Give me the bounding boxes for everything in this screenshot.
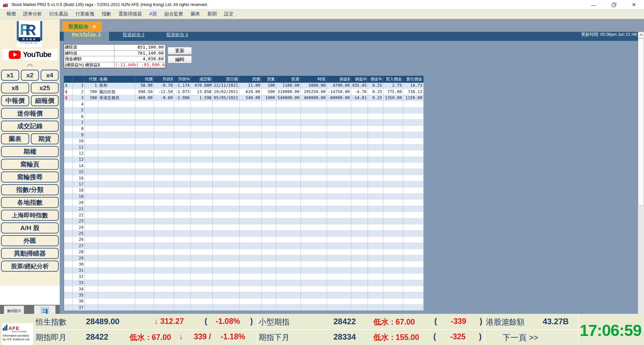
table-row-empty[interactable]: 12 [64,150,424,156]
next-page-link[interactable]: 下一頁 >> [502,332,538,343]
afe-caption: Information provided [3,334,29,337]
table-row-empty[interactable]: 22 [64,212,424,218]
table-row-empty[interactable]: 6 [64,113,424,119]
sidebar-button[interactable]: 細報價 [31,95,59,106]
table-row-empty[interactable]: 11 [64,144,424,150]
sidebar-button[interactable]: 各地指數 [1,197,59,208]
menu-item-4[interactable]: 行業板塊 [75,11,94,17]
column-header: 名稱 [98,76,135,83]
sidebar-button[interactable]: 期權 [1,146,59,157]
table-row-empty[interactable]: 7 [64,120,424,126]
menu-item-1[interactable]: 報價 [6,11,16,17]
sidebar-button[interactable]: 股票/經紀分析 [1,261,59,272]
edit-button[interactable]: 編輯 [168,56,192,63]
summary-label: 總投資 [64,45,114,51]
sidebar-button[interactable]: 指數/分類 [1,184,59,195]
hsi-change: ↓ 312.27 [154,317,184,326]
scroll-up-arrow-icon[interactable] [638,32,644,38]
column-header: 買價 [239,76,261,83]
sidebar-button[interactable]: x25 [31,82,59,93]
table-row-empty[interactable]: 26 [64,236,424,243]
menu-item-6[interactable]: 選股掃描器 [118,11,142,17]
summary-label: 佣金總額 [64,56,114,62]
restore-icon[interactable] [606,0,621,9]
summary-label: (總損益%) 總損益$ [64,62,114,68]
tab-portfolio-2[interactable]: 投資組合 2 [113,32,154,41]
table-row-empty[interactable]: 16 [64,175,424,181]
table-row-empty[interactable]: 33 [64,280,424,286]
table-row-empty[interactable]: 20 [64,200,424,206]
menu-item-7[interactable]: A股 [149,11,157,17]
table-row[interactable]: $3388香港交易所460.00-9.80-2.0861.59B05/05/20… [64,95,424,101]
document-tab-portfolio[interactable]: 投資組合 × [62,21,102,32]
table-row-empty[interactable]: 10 [64,138,424,144]
table-row[interactable]: $2700騰訊控股590.50-12.50-2.07313.85B10/02/2… [64,89,424,95]
table-row-empty[interactable]: 32 [64,274,424,280]
table-row-empty[interactable]: 18 [64,187,424,193]
table-row-empty[interactable]: 13 [64,156,424,162]
menu-item-2[interactable]: 證券分析 [23,11,42,17]
sidebar-button[interactable]: A/H 股 [1,222,59,233]
table-row-empty[interactable]: 34 [64,286,424,292]
tab-portfolio-3[interactable]: 投資組合 3 [157,32,197,41]
table-row-empty[interactable]: 8 [64,126,424,132]
sidebar-button[interactable]: x2 [21,70,39,81]
menu-item-5[interactable]: 指數 [102,11,111,17]
table-row-empty[interactable]: 21 [64,206,424,212]
afe-name: AFE [8,326,19,331]
table-row-empty[interactable]: 9 [64,132,424,138]
sidebar-button[interactable]: 窩輪頁 [1,159,59,170]
table-row-empty[interactable]: 14 [64,163,424,169]
next-month-value: 28334 [333,332,356,342]
table-row-empty[interactable]: 27 [64,243,424,249]
minimize-button[interactable]: — [586,0,601,9]
sidebar-button[interactable]: x4 [41,70,59,81]
table-row-empty[interactable]: 17 [64,181,424,187]
table-row-empty[interactable]: 35 [64,292,424,298]
table-row-empty[interactable]: 36 [64,298,424,304]
table-row-empty[interactable]: 31 [64,267,424,273]
table-row-empty[interactable]: 29 [64,255,424,261]
tab-portfolio-1[interactable]: Portfolio 1 [64,32,109,41]
sidebar-button[interactable]: 異動掃瞄器 [1,248,59,259]
sidebar-button[interactable]: x1 [1,70,19,81]
table-row-empty[interactable]: 24 [64,224,424,230]
afe-logo-box: AFE SOLUTIONS Information provided by AF… [2,323,33,345]
sidebar-button[interactable]: 外匯 [1,235,59,246]
table-row-empty[interactable]: 15 [64,169,424,175]
table-row-empty[interactable]: 23 [64,218,424,224]
summary-value: 851,100.00 [114,45,166,51]
table-row-empty[interactable]: 37 [64,304,424,310]
update-button[interactable]: 更新 [168,47,192,55]
table-row-empty[interactable]: 4 [64,101,424,107]
tab-close-icon[interactable]: × [93,24,96,30]
sidebar-button[interactable]: 成交記錄 [1,121,59,132]
table-row[interactable]: $11長和58.90-0.70-1.174470.88M22/11/202111… [64,83,424,89]
table-row-empty[interactable]: 28 [64,249,424,255]
collapse-chevron-icon[interactable] [0,62,60,68]
youtube-banner[interactable]: YouTube [2,49,57,60]
menu-item-3[interactable]: 衍生產品 [49,11,68,17]
table-row-empty[interactable]: 25 [64,230,424,236]
afe-caption: by AFE Solutions Ltd. [3,338,30,341]
menu-item-9[interactable]: 圖表 [191,11,200,17]
menu-item-8[interactable]: 組合監察 [164,11,183,17]
sidebar-button[interactable]: 中報價 [1,95,29,106]
scrollbar-thumb[interactable] [638,39,644,206]
table-row-empty[interactable]: 19 [64,194,424,200]
table-row-empty[interactable]: 5 [64,107,424,113]
sidebar-button[interactable]: x8 [1,82,29,93]
close-button[interactable]: ✕ [627,0,641,9]
summary-value-loss: (-11.04%) -93,990.60 [114,62,166,68]
menu-item-10[interactable]: 新聞 [207,11,217,17]
sidebar-button[interactable]: 迷你報價 [1,108,59,119]
sidebar-button[interactable]: 期貨 [31,133,59,144]
sidebar-button[interactable]: 圖表 [1,133,29,144]
menu-item-11[interactable]: 設定 [224,11,233,17]
sidebar-button[interactable]: 窩輪搜尋 [1,171,59,183]
table-row-empty[interactable]: 30 [64,261,424,267]
scrollbar[interactable] [638,32,644,314]
sidebar-button[interactable]: 上海即時指數 [1,210,59,221]
raga-finance-logo: R R RAGA FINANCE [17,21,42,47]
sidebar: R R RAGA FINANCE YouTube x1x2x4x8x25中報價細… [0,19,60,286]
